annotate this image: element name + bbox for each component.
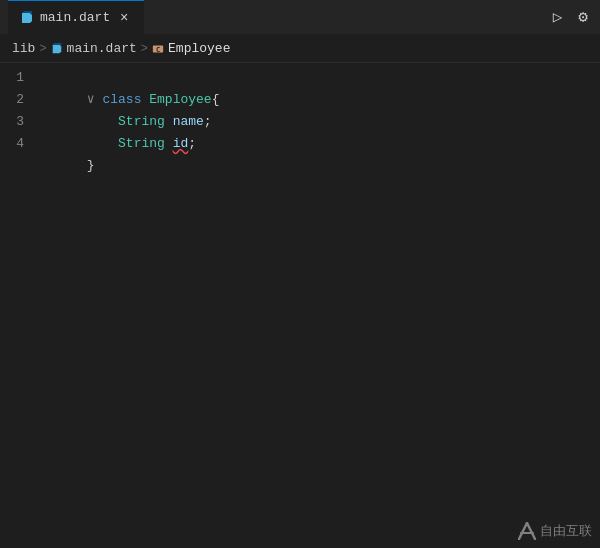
code-line-3: 3 String id; — [0, 111, 600, 133]
line-number-3: 3 — [0, 111, 40, 133]
code-line-1: 1 ∨ class Employee{ — [0, 67, 600, 89]
settings-button[interactable]: ⚙ — [574, 3, 592, 31]
tab-main-dart[interactable]: main.dart × — [8, 0, 144, 35]
breadcrumb: lib > main.dart > C Employee — [0, 35, 600, 63]
breadcrumb-employee[interactable]: C Employee — [152, 41, 230, 56]
watermark-logo-icon — [518, 522, 536, 540]
code-area: 1 ∨ class Employee{ 2 String name; 3 Str… — [0, 63, 600, 548]
code-line-2: 2 String name; — [0, 89, 600, 111]
breadcrumb-employee-label: Employee — [168, 41, 230, 56]
code-line-4: 4 } — [0, 133, 600, 155]
svg-line-7 — [527, 523, 535, 539]
title-bar-actions: ▷ ⚙ — [549, 3, 592, 31]
tab-close-button[interactable]: × — [116, 10, 132, 26]
watermark-text: 自由互联 — [518, 522, 592, 540]
breadcrumb-lib[interactable]: lib — [12, 41, 35, 56]
line-number-4: 4 — [0, 133, 40, 155]
svg-marker-2 — [52, 44, 61, 53]
breadcrumb-lib-label: lib — [12, 41, 35, 56]
dart-breadcrumb-icon — [51, 43, 63, 55]
breadcrumb-sep-2: > — [141, 42, 148, 56]
line-number-2: 2 — [0, 89, 40, 111]
class-breadcrumb-icon: C — [152, 43, 164, 55]
breadcrumb-main-dart[interactable]: main.dart — [51, 41, 137, 56]
run-button[interactable]: ▷ — [549, 3, 567, 31]
title-bar: main.dart × ▷ ⚙ — [0, 0, 600, 35]
svg-marker-0 — [22, 13, 32, 23]
dart-icon — [20, 11, 34, 25]
line-content-4: } — [40, 133, 95, 199]
svg-text:C: C — [156, 46, 160, 54]
breadcrumb-sep-1: > — [39, 42, 46, 56]
line-number-1: 1 — [0, 67, 40, 89]
watermark-label: 自由互联 — [540, 522, 592, 540]
watermark: 自由互联 — [518, 522, 592, 540]
svg-line-6 — [519, 523, 527, 539]
punct-close-brace: } — [87, 158, 95, 173]
breadcrumb-main-dart-label: main.dart — [67, 41, 137, 56]
tab-filename: main.dart — [40, 10, 110, 25]
